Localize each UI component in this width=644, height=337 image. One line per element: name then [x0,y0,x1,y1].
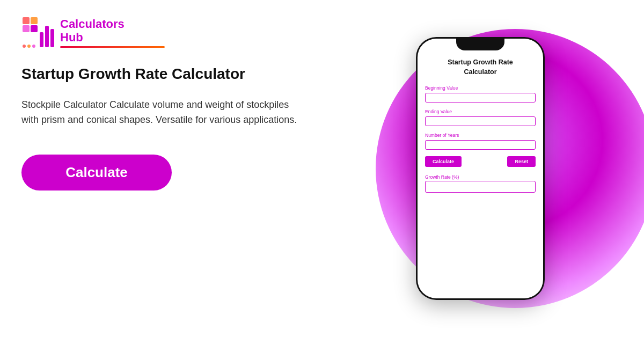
phone-screen-title: Startup Growth RateCalculator [448,58,513,77]
input-growth-rate[interactable] [425,181,536,193]
phone-mockup: Startup Growth RateCalculator Beginning … [416,37,545,300]
svg-point-8 [27,45,31,48]
logo-line1: Calculators [60,18,165,31]
svg-point-7 [23,45,26,48]
phone-form: Beginning Value Ending Value Number of Y… [425,85,536,193]
page-wrapper: Calculators Hub Startup Growth Rate Calc… [0,0,644,337]
svg-rect-5 [45,26,49,47]
field-growth-rate: Growth Rate (%) [425,174,536,193]
label-beginning-value: Beginning Value [425,85,536,91]
logo-area: Calculators Hub [21,16,306,49]
svg-rect-0 [23,17,30,24]
field-beginning-value: Beginning Value [425,85,536,106]
phone-inner: Startup Growth RateCalculator Beginning … [418,39,543,298]
field-number-of-years: Number of Years [425,133,536,153]
svg-rect-4 [40,32,43,47]
label-growth-rate: Growth Rate (%) [425,174,536,180]
svg-rect-3 [31,25,38,32]
input-ending-value[interactable] [425,116,536,126]
input-number-of-years[interactable] [425,140,536,150]
phone-calculate-button[interactable]: Calculate [425,156,462,167]
label-number-of-years: Number of Years [425,133,536,138]
main-calculate-button[interactable]: Calculate [21,155,172,191]
phone-notch [456,39,504,50]
right-section: Startup Growth RateCalculator Beginning … [333,0,644,337]
svg-point-9 [32,45,35,48]
logo-icon [21,16,55,49]
page-title: Startup Growth Rate Calculator [21,65,306,83]
svg-rect-1 [31,17,38,24]
phone-screen: Startup Growth RateCalculator Beginning … [418,39,543,298]
logo-underline [60,46,165,48]
svg-rect-6 [50,29,54,47]
input-beginning-value[interactable] [425,93,536,102]
label-ending-value: Ending Value [425,109,536,114]
phone-reset-button[interactable]: Reset [507,156,536,167]
form-buttons: Calculate Reset [425,156,536,167]
logo-text-container: Calculators Hub [60,18,165,47]
field-ending-value: Ending Value [425,109,536,129]
page-description: Stockpile Calculator Calculate volume an… [21,98,301,128]
logo-line2: Hub [60,31,165,44]
svg-rect-2 [23,25,30,32]
left-section: Calculators Hub Startup Growth Rate Calc… [0,0,333,337]
